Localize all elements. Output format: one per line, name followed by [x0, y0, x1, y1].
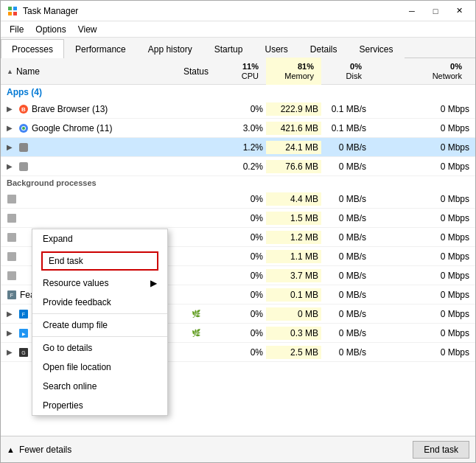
chrome-icon [18, 123, 29, 133]
ctx-open-file[interactable]: Open file location [32, 358, 167, 377]
svg-rect-14 [7, 252, 16, 261]
ctx-go-details[interactable]: Go to details [32, 338, 167, 358]
expand-arrow-icon: ▶ [7, 310, 15, 318]
col-header-status[interactable]: Status [170, 63, 222, 80]
table-row[interactable]: ▶ Google Chrome (11) 3.0% 421.6 MB 0.1 M… [1, 119, 475, 138]
row-status [170, 293, 222, 296]
sort-arrow-icon: ▲ [7, 68, 13, 75]
row-status [170, 217, 222, 220]
row-network: 0 Mbps [369, 212, 475, 225]
row-status [170, 108, 222, 111]
ctx-provide-feedback[interactable]: Provide feedback [32, 293, 167, 312]
fewer-details-button[interactable]: ▲ Fewer details [7, 445, 71, 455]
features-icon: F [7, 290, 17, 300]
col-header-name[interactable]: ▲ Name [1, 63, 170, 80]
row-cpu: 0% [222, 346, 266, 359]
expand-arrow-icon: ▶ [7, 105, 15, 113]
menu-options[interactable]: Options [29, 23, 71, 36]
row-name-bg1 [1, 192, 170, 206]
table-header: ▲ Name Status 11% CPU 81% Memory 0% Disk [1, 58, 475, 85]
tab-bar: Processes Performance App history Startu… [1, 38, 475, 58]
tab-app-history[interactable]: App history [137, 39, 203, 58]
section-header-apps: Apps (4) [1, 85, 475, 100]
row-disk: 0 MB/s [321, 250, 369, 263]
svg-rect-9 [19, 143, 28, 152]
svg-text:▶: ▶ [22, 332, 26, 336]
ctx-properties[interactable]: Properties [32, 396, 167, 415]
row-cpu: 0% [222, 212, 266, 225]
tab-processes[interactable]: Processes [1, 39, 64, 58]
row-name-bg2 [1, 212, 170, 225]
row-network: 0 Mbps [369, 346, 475, 359]
expand-arrow-icon: ▶ [7, 329, 15, 337]
ctx-search-online[interactable]: Search online [32, 377, 167, 396]
maximize-button[interactable]: □ [425, 4, 446, 18]
row-status [170, 274, 222, 277]
svg-rect-2 [8, 12, 12, 15]
ctx-resource-values[interactable]: Resource values ▶ [32, 274, 167, 293]
row-disk: 0 MB/s [321, 160, 369, 173]
menu-view[interactable]: View [72, 23, 103, 36]
tab-details[interactable]: Details [299, 39, 349, 58]
svg-rect-10 [19, 162, 28, 171]
row-disk: 0.1 MB/s [321, 122, 369, 135]
table-row[interactable]: ▶ B Brave Browser (13) 0% 222.9 MB 0.1 M… [1, 100, 475, 119]
col-header-network[interactable]: 0% Network [369, 58, 475, 85]
row-memory: 0.1 MB [266, 288, 321, 302]
end-task-button[interactable]: End task [413, 441, 469, 459]
table-row[interactable]: 0% 1.5 MB 0 MB/s 0 Mbps [1, 209, 475, 228]
row-status: 🌿 [170, 327, 222, 338]
col-header-memory[interactable]: 81% Memory [266, 58, 321, 85]
row-network: 0 Mbps [369, 122, 475, 135]
minimize-button[interactable]: ─ [402, 4, 422, 18]
title-bar: Task Manager ─ □ ✕ [1, 1, 475, 21]
table-row-selected[interactable]: ▶ 1.2% 24.1 MB 0 MB/s 0 Mbps [1, 138, 475, 157]
app-icon [7, 213, 17, 223]
row-memory: 0.3 MB [266, 327, 321, 340]
ctx-separator [32, 336, 167, 337]
row-status [170, 127, 222, 130]
row-cpu: 0% [222, 250, 266, 263]
brave-icon: B [18, 104, 29, 114]
svg-point-8 [22, 127, 25, 130]
tab-services[interactable]: Services [349, 39, 405, 58]
row-cpu: 0% [222, 288, 266, 302]
tab-users[interactable]: Users [253, 39, 298, 58]
row-cpu: 0% [222, 307, 266, 321]
menu-file[interactable]: File [4, 23, 29, 36]
row-memory: 2.5 MB [266, 346, 321, 359]
row-disk: 0 MB/s [321, 141, 369, 154]
row-name-brave: ▶ B Brave Browser (13) [1, 102, 170, 116]
svg-rect-11 [7, 195, 16, 203]
table-body[interactable]: Apps (4) ▶ B Brave Browser (13) 0% 222.9… [1, 85, 475, 436]
row-name-chrome: ▶ Google Chrome (11) [1, 122, 170, 135]
row-disk: 0 MB/s [321, 346, 369, 359]
window-icon [7, 5, 18, 17]
svg-text:F: F [10, 293, 13, 298]
row-network: 0 Mbps [369, 250, 475, 263]
svg-rect-1 [13, 7, 17, 10]
expand-arrow-icon: ▶ [7, 348, 15, 356]
chevron-down-icon: ▲ [7, 445, 15, 454]
tab-performance[interactable]: Performance [64, 39, 137, 58]
ctx-expand[interactable]: Expand [32, 229, 167, 248]
row-memory: 1.1 MB [266, 250, 321, 263]
col-header-cpu[interactable]: 11% CPU [222, 58, 266, 85]
svg-rect-12 [7, 214, 16, 223]
row-memory: 3.7 MB [266, 269, 321, 282]
ctx-end-task-button[interactable]: End task [41, 251, 158, 271]
close-button[interactable]: ✕ [449, 4, 469, 18]
app-icon [7, 251, 17, 262]
col-header-disk[interactable]: 0% Disk [321, 58, 369, 85]
task-manager-window: Task Manager ─ □ ✕ File Options View Pro… [0, 0, 476, 463]
row-disk: 0.1 MB/s [321, 102, 369, 116]
row-status [170, 236, 222, 239]
row-memory: 4.4 MB [266, 192, 321, 206]
ctx-create-dump[interactable]: Create dump file [32, 316, 167, 335]
menu-bar: File Options View [1, 21, 475, 38]
table-row[interactable]: 0% 4.4 MB 0 MB/s 0 Mbps [1, 189, 475, 209]
context-menu: Expand End task Resource values ▶ Provid… [32, 229, 168, 416]
tab-startup[interactable]: Startup [203, 39, 254, 58]
row-disk: 0 MB/s [321, 231, 369, 244]
table-row[interactable]: ▶ 0.2% 76.6 MB 0 MB/s 0 Mbps [1, 157, 475, 176]
